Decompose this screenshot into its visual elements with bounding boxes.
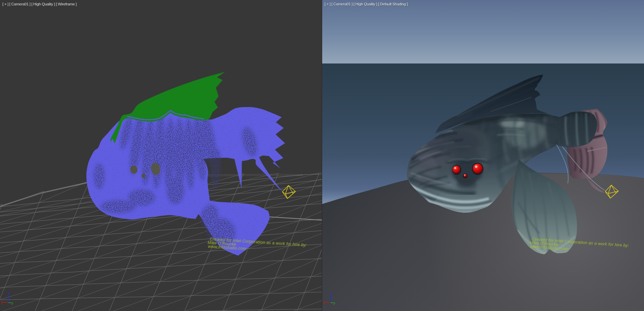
svg-text:x: x bbox=[1, 300, 3, 304]
svg-text:x: x bbox=[323, 300, 325, 304]
svg-text:y: y bbox=[334, 301, 336, 305]
svg-text:z: z bbox=[331, 291, 333, 295]
svg-text:z: z bbox=[8, 291, 10, 295]
svg-text:y: y bbox=[11, 301, 13, 305]
